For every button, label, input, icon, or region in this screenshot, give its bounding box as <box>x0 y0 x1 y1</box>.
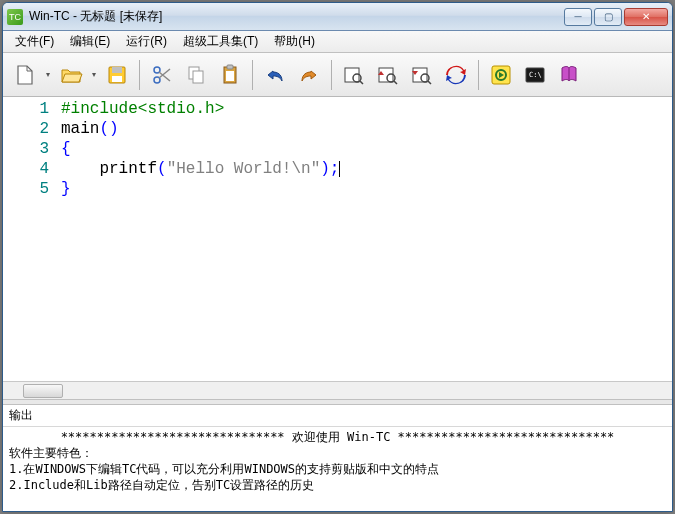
compile-button[interactable] <box>440 59 472 91</box>
paste-button[interactable] <box>214 59 246 91</box>
code-token: printf <box>99 160 157 178</box>
code-content[interactable]: #include<stdio.h> main() { printf("Hello… <box>57 97 672 381</box>
output-content[interactable]: ******************************* 欢迎使用 Win… <box>3 427 672 511</box>
redo-icon <box>297 63 321 87</box>
output-line: 2.Include和Lib路径自动定位，告别TC设置路径的历史 <box>9 478 314 492</box>
gear-run-icon <box>489 63 513 87</box>
toolbar-separator <box>252 60 253 90</box>
menu-file[interactable]: 文件(F) <box>7 31 62 52</box>
output-label: 输出 <box>3 405 672 427</box>
clipboard-icon <box>218 63 242 87</box>
open-folder-icon <box>59 63 83 87</box>
maximize-button[interactable]: ▢ <box>594 8 622 26</box>
copy-button[interactable] <box>180 59 212 91</box>
menu-run[interactable]: 运行(R) <box>118 31 175 52</box>
code-token: ); <box>320 160 339 178</box>
close-button[interactable]: ✕ <box>624 8 668 26</box>
toolbar: ▾ ▾ C:\ <box>3 53 672 97</box>
toolbar-separator <box>139 60 140 90</box>
code-token: #include <box>61 100 138 118</box>
code-token <box>61 160 99 178</box>
search-up-icon <box>376 63 400 87</box>
scrollbar-thumb[interactable] <box>23 384 63 398</box>
help-button[interactable] <box>553 59 585 91</box>
output-line: 软件主要特色： <box>9 446 93 460</box>
horizontal-scrollbar[interactable] <box>3 381 672 399</box>
book-icon <box>557 63 581 87</box>
output-panel: 输出 ******************************* 欢迎使用 … <box>3 405 672 511</box>
code-token: "Hello World!\n" <box>167 160 321 178</box>
undo-icon <box>263 63 287 87</box>
search-down-icon <box>410 63 434 87</box>
line-number: 4 <box>5 159 49 179</box>
copy-icon <box>184 63 208 87</box>
menubar: 文件(F) 编辑(E) 运行(R) 超级工具集(T) 帮助(H) <box>3 31 672 53</box>
window-controls: ─ ▢ ✕ <box>564 8 668 26</box>
line-number: 5 <box>5 179 49 199</box>
minimize-button[interactable]: ─ <box>564 8 592 26</box>
code-token: { <box>61 140 71 158</box>
redo-button[interactable] <box>293 59 325 91</box>
app-window: TC Win-TC - 无标题 [未保存] ─ ▢ ✕ 文件(F) 编辑(E) … <box>2 2 673 512</box>
line-number: 1 <box>5 99 49 119</box>
console-button[interactable]: C:\ <box>519 59 551 91</box>
new-file-icon <box>13 63 37 87</box>
titlebar[interactable]: TC Win-TC - 无标题 [未保存] ─ ▢ ✕ <box>3 3 672 31</box>
line-number: 3 <box>5 139 49 159</box>
run-button[interactable] <box>485 59 517 91</box>
svg-rect-9 <box>226 71 234 81</box>
svg-rect-10 <box>345 68 359 82</box>
svg-rect-14 <box>413 68 427 82</box>
svg-text:C:\: C:\ <box>529 71 542 79</box>
cycle-icon <box>444 63 468 87</box>
line-gutter: 1 2 3 4 5 <box>3 97 57 381</box>
find-next-button[interactable] <box>406 59 438 91</box>
new-file-button[interactable] <box>9 59 41 91</box>
menu-help[interactable]: 帮助(H) <box>266 31 323 52</box>
search-icon <box>342 63 366 87</box>
open-file-button[interactable] <box>55 59 87 91</box>
console-icon: C:\ <box>523 63 547 87</box>
svg-rect-8 <box>227 65 233 69</box>
line-number: 2 <box>5 119 49 139</box>
svg-rect-2 <box>112 76 122 82</box>
output-line: 1.在WINDOWS下编辑TC代码，可以充分利用WINDOWS的支持剪贴版和中文… <box>9 462 439 476</box>
undo-button[interactable] <box>259 59 291 91</box>
code-token: <stdio.h> <box>138 100 224 118</box>
find-prev-button[interactable] <box>372 59 404 91</box>
output-banner: ******************************* 欢迎使用 Win… <box>9 429 666 445</box>
new-file-dropdown[interactable]: ▾ <box>43 70 53 79</box>
code-token: } <box>61 180 71 198</box>
scissors-icon <box>150 63 174 87</box>
toolbar-separator <box>478 60 479 90</box>
svg-rect-1 <box>112 67 122 73</box>
cut-button[interactable] <box>146 59 178 91</box>
menu-tools[interactable]: 超级工具集(T) <box>175 31 266 52</box>
window-title: Win-TC - 无标题 [未保存] <box>29 8 564 25</box>
app-icon: TC <box>7 9 23 25</box>
text-cursor <box>339 161 340 177</box>
toolbar-separator <box>331 60 332 90</box>
code-token: main <box>61 120 99 138</box>
save-button[interactable] <box>101 59 133 91</box>
menu-edit[interactable]: 编辑(E) <box>62 31 118 52</box>
svg-rect-6 <box>193 71 203 83</box>
code-token: ( <box>157 160 167 178</box>
save-disk-icon <box>105 63 129 87</box>
find-button[interactable] <box>338 59 370 91</box>
code-editor[interactable]: 1 2 3 4 5 #include<stdio.h> main() { pri… <box>3 97 672 381</box>
code-token: () <box>99 120 118 138</box>
open-file-dropdown[interactable]: ▾ <box>89 70 99 79</box>
